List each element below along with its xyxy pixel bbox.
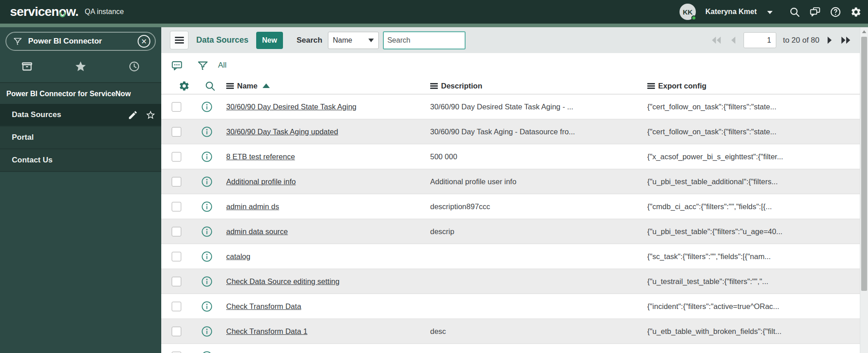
table-row[interactable]: catalog {"sc_task":{"filters":"","fields… [161, 244, 868, 269]
export-config-cell: {"u_testrail_test_table":{"filters":"","… [647, 277, 860, 286]
sidebar-item-contact-us[interactable]: Contact Us [0, 149, 161, 172]
breadcrumb-all[interactable]: All [218, 61, 227, 70]
table-row[interactable]: Check Transform Data 1 desc {"u_etb_tabl… [161, 319, 868, 344]
record-link[interactable]: catalog [226, 252, 250, 261]
info-icon[interactable] [201, 176, 213, 187]
record-link[interactable]: Additional profile info [226, 177, 296, 186]
row-checkbox[interactable] [172, 252, 181, 261]
connect-chat-icon[interactable] [809, 6, 821, 18]
record-link[interactable]: admin admin ds [226, 202, 279, 211]
search-input[interactable] [383, 31, 466, 49]
list-personalize-gear-icon[interactable] [170, 80, 198, 92]
record-link[interactable]: admin data source [226, 227, 288, 236]
sidebar-item-label: Contact Us [12, 156, 53, 165]
column-header-description[interactable]: Description [430, 82, 647, 90]
sidebar-item-data-sources[interactable]: Data Sources [0, 104, 161, 127]
help-icon[interactable] [829, 6, 841, 18]
info-icon[interactable] [201, 126, 213, 137]
row-checkbox[interactable] [172, 202, 181, 211]
tab-all-applications[interactable] [0, 60, 54, 73]
search-label: Search [297, 36, 322, 45]
filter-icon[interactable] [196, 59, 209, 72]
table-row[interactable]: admin data source descrip {"u_pbi_test_t… [161, 219, 868, 244]
next-page-button[interactable] [826, 35, 833, 45]
chevron-down-icon[interactable] [767, 11, 773, 14]
info-icon[interactable] [201, 351, 213, 353]
row-checkbox[interactable] [172, 227, 181, 236]
list-toolbar: All [161, 53, 868, 78]
info-icon[interactable] [201, 326, 213, 337]
row-checkbox[interactable] [172, 352, 181, 353]
column-menu-icon[interactable] [226, 83, 234, 89]
column-header-export-config[interactable]: Export config [647, 82, 860, 90]
new-button[interactable]: New [256, 32, 283, 49]
export-config-cell: {"incident":{"filters":"active=true^ORac… [647, 302, 860, 311]
vertical-scrollbar[interactable] [860, 27, 868, 353]
first-page-button[interactable] [710, 35, 723, 45]
column-menu-icon[interactable] [430, 83, 438, 89]
user-menu[interactable]: Kateryna Kmet [705, 8, 757, 16]
info-icon[interactable] [201, 251, 213, 262]
sidebar-item-portal[interactable]: Portal [0, 127, 161, 149]
record-link[interactable]: 30/60/90 Day Desired State Task Aging [226, 103, 357, 111]
table-row[interactable]: Check Transform Data {"incident":{"filte… [161, 294, 868, 319]
table-row[interactable]: CLR performance test 3 000 000; 500 000;… [161, 344, 868, 353]
page-number-input[interactable] [744, 32, 776, 48]
scrollbar-thumb[interactable] [861, 37, 867, 291]
column-menu-icon[interactable] [647, 83, 655, 89]
table-row[interactable]: 30/60/90 Day Desired State Task Aging 30… [161, 94, 868, 119]
search-icon[interactable] [789, 6, 800, 18]
tab-history[interactable] [108, 60, 161, 73]
row-checkbox[interactable] [172, 302, 181, 311]
record-link[interactable]: Check Data Source editing setting [226, 277, 339, 286]
description-cell: 30/60/90 Day Desired State Task Aging - … [430, 103, 647, 111]
clear-filter-icon[interactable]: ✕ [138, 35, 150, 48]
search-field-value: Name [333, 36, 368, 44]
row-checkbox[interactable] [172, 152, 181, 162]
table-row[interactable]: 8 ETB test reference 500 000 {"x_acsof_p… [161, 144, 868, 169]
record-link[interactable]: Check Transform Data [226, 302, 301, 311]
row-checkbox[interactable] [172, 177, 181, 186]
activity-stream-icon[interactable] [170, 59, 183, 72]
record-link[interactable]: Check Transform Data 1 [226, 327, 308, 336]
list-body: 30/60/90 Day Desired State Task Aging 30… [161, 94, 868, 353]
table-row[interactable]: admin admin ds description897ccc {"cmdb_… [161, 194, 868, 219]
previous-page-button[interactable] [730, 35, 737, 45]
row-checkbox[interactable] [172, 327, 181, 336]
record-link[interactable]: 8 ETB test reference [226, 152, 295, 161]
favorite-star-icon[interactable] [145, 110, 156, 120]
row-checkbox[interactable] [172, 277, 181, 286]
list-search-icon[interactable] [198, 80, 223, 92]
search-field-select[interactable]: Name [328, 32, 379, 49]
logo-text-prefix: servicen [10, 5, 59, 19]
info-icon[interactable] [201, 101, 213, 113]
last-page-button[interactable] [840, 35, 853, 45]
table-row[interactable]: 30/60/90 Day Task Aging updated 30/60/90… [161, 119, 868, 144]
user-avatar[interactable]: KK [680, 4, 696, 20]
funnel-icon [13, 36, 23, 46]
top-header: servicenow. QA instance KK Kateryna Kmet [0, 0, 868, 24]
table-row[interactable]: Additional profile info Additional profi… [161, 169, 868, 194]
column-header-name[interactable]: Name [223, 82, 430, 90]
row-checkbox[interactable] [172, 127, 181, 137]
info-icon[interactable] [201, 301, 213, 312]
description-cell: 500 000 [430, 152, 647, 161]
export-config-cell: {"sc_task":{"filters":"","fields":[{"nam… [647, 252, 860, 261]
select-caret-icon [368, 39, 374, 42]
servicenow-logo[interactable]: servicenow. [10, 5, 78, 19]
description-cell: descrip [430, 227, 647, 236]
scroll-up-icon[interactable] [860, 27, 868, 36]
info-icon[interactable] [201, 276, 213, 287]
record-link[interactable]: 30/60/90 Day Task Aging updated [226, 127, 338, 136]
edit-module-icon[interactable] [128, 110, 138, 120]
gear-icon[interactable] [850, 6, 862, 18]
row-checkbox[interactable] [172, 102, 181, 112]
info-icon[interactable] [201, 201, 213, 212]
export-config-cell: {"cert_follow_on_task":{"filters":"state… [647, 103, 860, 111]
navigator-filter-input[interactable]: Power BI Connector ✕ [5, 32, 156, 51]
table-row[interactable]: Check Data Source editing setting {"u_te… [161, 269, 868, 294]
info-icon[interactable] [201, 226, 213, 237]
tab-favorites[interactable] [54, 60, 107, 73]
info-icon[interactable] [201, 151, 213, 162]
list-context-menu-button[interactable] [170, 31, 188, 49]
